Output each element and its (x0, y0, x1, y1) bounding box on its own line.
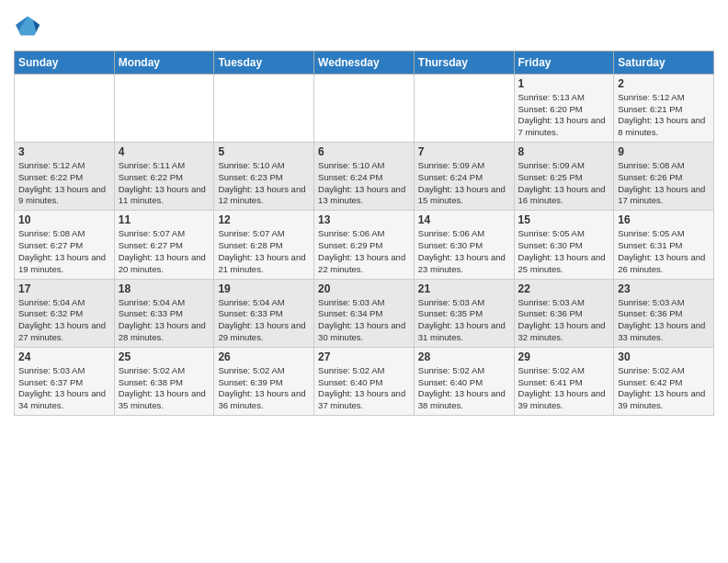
calendar-cell: 22Sunrise: 5:03 AM Sunset: 6:36 PM Dayli… (514, 279, 614, 347)
day-number: 22 (518, 282, 610, 295)
calendar-cell: 28Sunrise: 5:02 AM Sunset: 6:40 PM Dayli… (414, 347, 514, 415)
day-number: 23 (618, 282, 710, 295)
day-number: 29 (518, 350, 610, 363)
day-number: 4 (119, 145, 210, 158)
day-number: 6 (318, 145, 410, 158)
day-number: 30 (618, 350, 710, 363)
calendar-cell: 25Sunrise: 5:02 AM Sunset: 6:38 PM Dayli… (114, 347, 214, 415)
day-info: Sunrise: 5:10 AM Sunset: 6:24 PM Dayligh… (318, 160, 410, 207)
day-info: Sunrise: 5:03 AM Sunset: 6:34 PM Dayligh… (318, 297, 410, 344)
calendar-cell: 2Sunrise: 5:12 AM Sunset: 6:21 PM Daylig… (614, 74, 714, 142)
day-number: 1 (518, 77, 610, 90)
calendar-header-row: SundayMondayTuesdayWednesdayThursdayFrid… (15, 51, 714, 74)
calendar-week-3: 10Sunrise: 5:08 AM Sunset: 6:27 PM Dayli… (15, 211, 714, 279)
calendar-cell: 9Sunrise: 5:08 AM Sunset: 6:26 PM Daylig… (614, 143, 714, 211)
page-header (14, 9, 714, 43)
calendar-cell: 21Sunrise: 5:03 AM Sunset: 6:35 PM Dayli… (414, 279, 514, 347)
day-info: Sunrise: 5:09 AM Sunset: 6:24 PM Dayligh… (418, 160, 510, 207)
calendar-cell: 14Sunrise: 5:06 AM Sunset: 6:30 PM Dayli… (414, 211, 514, 279)
weekday-header-tuesday: Tuesday (214, 51, 314, 74)
day-number: 18 (119, 282, 210, 295)
calendar-cell: 11Sunrise: 5:07 AM Sunset: 6:27 PM Dayli… (114, 211, 214, 279)
logo (14, 13, 41, 43)
calendar-cell: 24Sunrise: 5:03 AM Sunset: 6:37 PM Dayli… (15, 347, 115, 415)
calendar-cell (314, 74, 415, 142)
calendar-table: SundayMondayTuesdayWednesdayThursdayFrid… (14, 51, 714, 416)
day-number: 2 (618, 77, 710, 90)
calendar-week-5: 24Sunrise: 5:03 AM Sunset: 6:37 PM Dayli… (15, 347, 714, 415)
day-number: 11 (119, 213, 210, 226)
calendar-cell: 1Sunrise: 5:13 AM Sunset: 6:20 PM Daylig… (514, 74, 614, 142)
day-number: 8 (518, 145, 610, 158)
day-info: Sunrise: 5:02 AM Sunset: 6:42 PM Dayligh… (618, 365, 710, 412)
calendar-body: 1Sunrise: 5:13 AM Sunset: 6:20 PM Daylig… (15, 74, 714, 415)
day-info: Sunrise: 5:05 AM Sunset: 6:30 PM Dayligh… (518, 228, 610, 275)
day-info: Sunrise: 5:06 AM Sunset: 6:29 PM Dayligh… (318, 228, 410, 275)
day-number: 7 (418, 145, 510, 158)
calendar-cell: 5Sunrise: 5:10 AM Sunset: 6:23 PM Daylig… (214, 143, 314, 211)
calendar-cell: 19Sunrise: 5:04 AM Sunset: 6:33 PM Dayli… (214, 279, 314, 347)
weekday-header-wednesday: Wednesday (314, 51, 415, 74)
day-info: Sunrise: 5:09 AM Sunset: 6:25 PM Dayligh… (518, 160, 610, 207)
calendar-cell: 27Sunrise: 5:02 AM Sunset: 6:40 PM Dayli… (314, 347, 415, 415)
weekday-header-monday: Monday (114, 51, 214, 74)
day-number: 10 (18, 213, 110, 226)
day-info: Sunrise: 5:04 AM Sunset: 6:33 PM Dayligh… (218, 297, 310, 344)
day-info: Sunrise: 5:04 AM Sunset: 6:32 PM Dayligh… (18, 297, 110, 344)
day-number: 16 (618, 213, 710, 226)
calendar-cell: 10Sunrise: 5:08 AM Sunset: 6:27 PM Dayli… (15, 211, 115, 279)
day-info: Sunrise: 5:07 AM Sunset: 6:27 PM Dayligh… (119, 228, 210, 275)
day-info: Sunrise: 5:04 AM Sunset: 6:33 PM Dayligh… (119, 297, 210, 344)
day-number: 27 (318, 350, 410, 363)
day-info: Sunrise: 5:10 AM Sunset: 6:23 PM Dayligh… (218, 160, 310, 207)
day-info: Sunrise: 5:13 AM Sunset: 6:20 PM Dayligh… (518, 92, 610, 139)
day-info: Sunrise: 5:02 AM Sunset: 6:41 PM Dayligh… (518, 365, 610, 412)
day-number: 5 (218, 145, 310, 158)
day-number: 25 (119, 350, 210, 363)
day-info: Sunrise: 5:03 AM Sunset: 6:36 PM Dayligh… (618, 297, 710, 344)
day-number: 24 (18, 350, 110, 363)
day-number: 3 (18, 145, 110, 158)
day-number: 19 (218, 282, 310, 295)
day-number: 14 (418, 213, 510, 226)
calendar-cell: 17Sunrise: 5:04 AM Sunset: 6:32 PM Dayli… (15, 279, 115, 347)
calendar-cell: 3Sunrise: 5:12 AM Sunset: 6:22 PM Daylig… (15, 143, 115, 211)
calendar-cell: 6Sunrise: 5:10 AM Sunset: 6:24 PM Daylig… (314, 143, 415, 211)
calendar-cell: 20Sunrise: 5:03 AM Sunset: 6:34 PM Dayli… (314, 279, 415, 347)
calendar-cell: 13Sunrise: 5:06 AM Sunset: 6:29 PM Dayli… (314, 211, 415, 279)
calendar-cell: 4Sunrise: 5:11 AM Sunset: 6:22 PM Daylig… (114, 143, 214, 211)
calendar-cell: 30Sunrise: 5:02 AM Sunset: 6:42 PM Dayli… (614, 347, 714, 415)
calendar-cell: 7Sunrise: 5:09 AM Sunset: 6:24 PM Daylig… (414, 143, 514, 211)
day-info: Sunrise: 5:07 AM Sunset: 6:28 PM Dayligh… (218, 228, 310, 275)
day-info: Sunrise: 5:03 AM Sunset: 6:36 PM Dayligh… (518, 297, 610, 344)
weekday-header-sunday: Sunday (15, 51, 115, 74)
calendar-cell: 23Sunrise: 5:03 AM Sunset: 6:36 PM Dayli… (614, 279, 714, 347)
day-number: 12 (218, 213, 310, 226)
logo-icon (16, 13, 41, 39)
day-info: Sunrise: 5:03 AM Sunset: 6:35 PM Dayligh… (418, 297, 510, 344)
day-info: Sunrise: 5:02 AM Sunset: 6:38 PM Dayligh… (119, 365, 210, 412)
calendar-cell: 26Sunrise: 5:02 AM Sunset: 6:39 PM Dayli… (214, 347, 314, 415)
day-info: Sunrise: 5:03 AM Sunset: 6:37 PM Dayligh… (18, 365, 110, 412)
day-info: Sunrise: 5:02 AM Sunset: 6:40 PM Dayligh… (418, 365, 510, 412)
day-info: Sunrise: 5:08 AM Sunset: 6:26 PM Dayligh… (618, 160, 710, 207)
day-info: Sunrise: 5:08 AM Sunset: 6:27 PM Dayligh… (18, 228, 110, 275)
calendar-cell: 12Sunrise: 5:07 AM Sunset: 6:28 PM Dayli… (214, 211, 314, 279)
day-number: 28 (418, 350, 510, 363)
day-info: Sunrise: 5:02 AM Sunset: 6:40 PM Dayligh… (318, 365, 410, 412)
calendar-cell (414, 74, 514, 142)
calendar-cell: 16Sunrise: 5:05 AM Sunset: 6:31 PM Dayli… (614, 211, 714, 279)
calendar-cell: 8Sunrise: 5:09 AM Sunset: 6:25 PM Daylig… (514, 143, 614, 211)
day-number: 9 (618, 145, 710, 158)
day-info: Sunrise: 5:02 AM Sunset: 6:39 PM Dayligh… (218, 365, 310, 412)
calendar-week-1: 1Sunrise: 5:13 AM Sunset: 6:20 PM Daylig… (15, 74, 714, 142)
calendar-cell: 29Sunrise: 5:02 AM Sunset: 6:41 PM Dayli… (514, 347, 614, 415)
weekday-header-friday: Friday (514, 51, 614, 74)
day-info: Sunrise: 5:06 AM Sunset: 6:30 PM Dayligh… (418, 228, 510, 275)
day-number: 15 (518, 213, 610, 226)
day-number: 21 (418, 282, 510, 295)
day-info: Sunrise: 5:12 AM Sunset: 6:21 PM Dayligh… (618, 92, 710, 139)
calendar-cell (114, 74, 214, 142)
day-number: 26 (218, 350, 310, 363)
calendar-week-4: 17Sunrise: 5:04 AM Sunset: 6:32 PM Dayli… (15, 279, 714, 347)
